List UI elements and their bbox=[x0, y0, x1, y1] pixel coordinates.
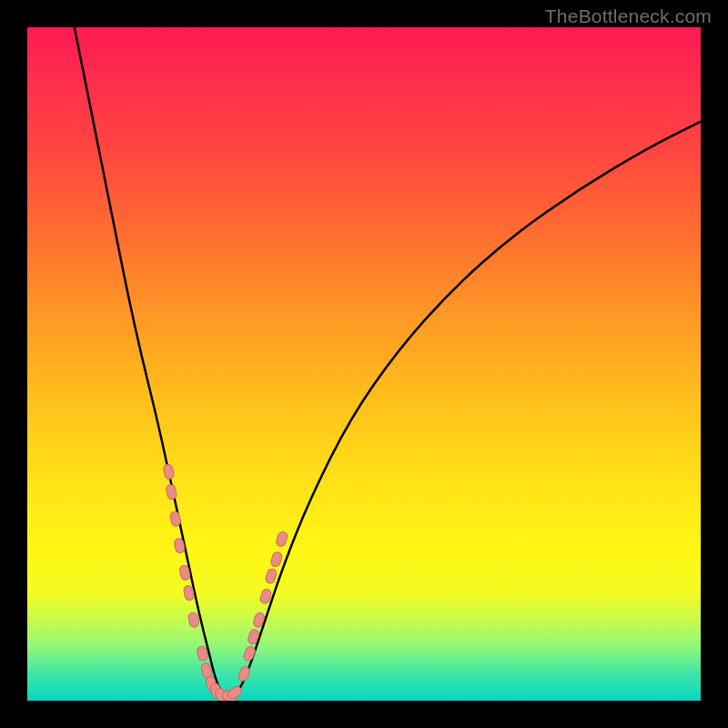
data-marker bbox=[270, 551, 284, 567]
chart-overlay bbox=[27, 27, 701, 701]
data-marker bbox=[166, 484, 177, 500]
data-marker bbox=[169, 511, 181, 527]
data-marker bbox=[242, 645, 256, 662]
data-marker bbox=[275, 531, 288, 547]
data-marker bbox=[187, 612, 199, 628]
bottleneck-curve bbox=[75, 27, 701, 696]
data-marker bbox=[265, 568, 278, 584]
data-marker bbox=[163, 464, 175, 480]
chart-frame: TheBottleneck.com bbox=[0, 0, 728, 728]
plot-area bbox=[27, 27, 701, 701]
watermark-label: TheBottleneck.com bbox=[545, 5, 712, 27]
